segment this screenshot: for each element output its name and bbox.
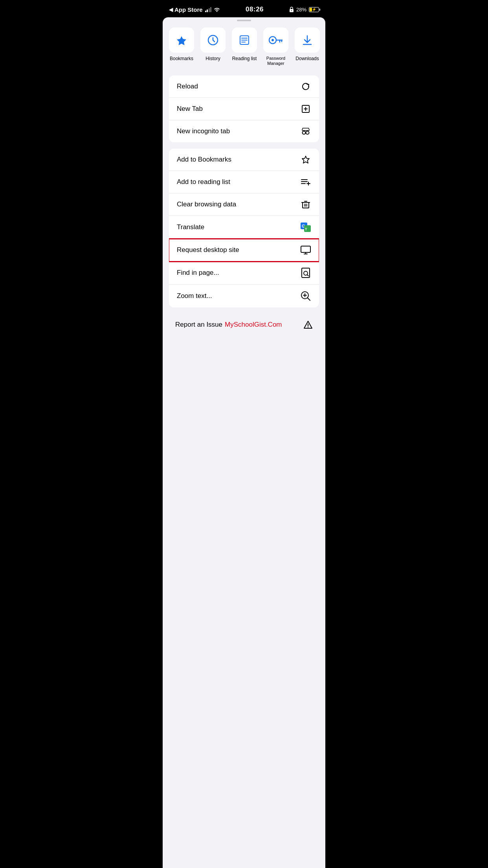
menu-item-add-reading-list[interactable]: Add to reading list (169, 171, 319, 193)
svg-point-1 (291, 10, 292, 11)
new-tab-icon (300, 104, 311, 114)
svg-rect-40 (301, 246, 310, 252)
svg-point-21 (303, 131, 306, 134)
quick-item-recent[interactable]: Recent (323, 28, 325, 66)
zoom-text-label: Zoom text... (177, 292, 212, 300)
history-icon-box (200, 28, 226, 53)
site-name: MySchoolGist.Com (225, 321, 282, 329)
wifi-icon (214, 7, 220, 12)
menu-item-request-desktop[interactable]: Request desktop site (169, 239, 319, 261)
reading-add-icon (300, 177, 311, 187)
svg-point-9 (272, 39, 274, 41)
svg-text:T: T (305, 227, 307, 231)
report-issue-item[interactable]: Report an Issue MySchoolGist.Com (163, 314, 325, 336)
status-right: 28% ⚡ (289, 7, 319, 13)
back-arrow: ◀ (169, 7, 173, 13)
star-outline-icon (300, 155, 311, 164)
lock-icon (289, 7, 294, 12)
clear-browsing-label: Clear browsing data (177, 200, 236, 208)
history-label: History (205, 56, 220, 61)
translate-icon: G T (300, 222, 311, 232)
status-time: 08:26 (246, 6, 264, 13)
menu-item-incognito[interactable]: New incognito tab (169, 120, 319, 142)
bookmarks-label: Bookmarks (170, 56, 193, 61)
quick-item-password-manager[interactable]: Password Manager (260, 28, 292, 66)
quick-item-reading-list[interactable]: Reading list (229, 28, 260, 66)
new-tab-label: New Tab (177, 105, 203, 113)
downloads-icon-box (295, 28, 320, 53)
incognito-label: New incognito tab (177, 127, 230, 135)
password-manager-icon-box (263, 28, 288, 53)
svg-point-51 (308, 327, 308, 328)
find-icon (300, 268, 311, 278)
svg-marker-24 (302, 156, 309, 163)
reload-icon (300, 82, 311, 91)
desktop-icon (300, 245, 311, 255)
menu-item-add-bookmarks[interactable]: Add to Bookmarks (169, 149, 319, 171)
warning-icon (303, 320, 313, 329)
incognito-icon (300, 127, 311, 136)
menu-group-page-actions: Add to Bookmarks Add to reading list (169, 149, 319, 307)
bottom-sheet: Bookmarks History Reading (163, 17, 325, 868)
status-bar: ◀ App Store 08:26 28% ⚡ (163, 0, 325, 17)
quick-access-row: Bookmarks History Reading (163, 28, 325, 72)
gap1 (163, 72, 325, 75)
carrier-label: App Store (174, 6, 203, 13)
request-desktop-label: Request desktop site (177, 246, 239, 254)
reading-list-icon-box (232, 28, 257, 53)
menu-item-translate[interactable]: Translate G T (169, 216, 319, 239)
svg-line-47 (308, 298, 310, 300)
quick-item-bookmarks[interactable]: Bookmarks (166, 28, 197, 66)
quick-item-downloads[interactable]: Downloads (292, 28, 323, 66)
battery-percent: 28% (296, 7, 306, 13)
report-issue-label: Report an Issue (175, 321, 222, 329)
charging-icon: ⚡ (312, 7, 316, 11)
password-manager-label: Password Manager (266, 56, 285, 66)
battery-icon: ⚡ (309, 7, 319, 12)
downloads-label: Downloads (295, 56, 319, 61)
add-reading-list-label: Add to reading list (177, 178, 230, 186)
reload-label: Reload (177, 83, 198, 90)
reading-list-label: Reading list (232, 56, 257, 61)
svg-marker-2 (177, 36, 186, 45)
menu-group-browser-actions: Reload New Tab New incognito tab (169, 75, 319, 142)
quick-item-history[interactable]: History (197, 28, 229, 66)
menu-item-find-in-page[interactable]: Find in page... (169, 261, 319, 285)
bookmarks-icon-box (169, 28, 194, 53)
translate-label: Translate (177, 223, 204, 231)
find-in-page-label: Find in page... (177, 269, 219, 277)
add-bookmarks-label: Add to Bookmarks (177, 156, 231, 164)
drag-handle[interactable] (237, 20, 251, 21)
signal-bars (205, 7, 212, 12)
svg-line-45 (307, 275, 308, 276)
menu-item-zoom-text[interactable]: Zoom text... (169, 285, 319, 307)
svg-rect-23 (305, 132, 306, 133)
report-issue-content: Report an Issue MySchoolGist.Com (175, 321, 282, 329)
svg-point-22 (306, 131, 309, 134)
zoom-icon (300, 291, 311, 301)
trash-icon (300, 200, 311, 209)
menu-item-reload[interactable]: Reload (169, 75, 319, 98)
menu-item-clear-browsing[interactable]: Clear browsing data (169, 193, 319, 216)
menu-item-new-tab[interactable]: New Tab (169, 98, 319, 120)
status-left: ◀ App Store (169, 6, 220, 13)
